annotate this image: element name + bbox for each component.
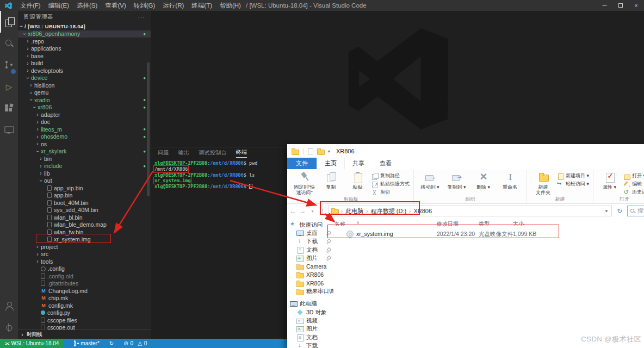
ribbon-small-button[interactable]: 复制路径 (371, 172, 410, 179)
address-dropdown-icon[interactable]: ▼ (604, 209, 609, 214)
ribbon-tab-item[interactable]: 查看 (372, 158, 399, 169)
tree-item[interactable]: ›app_xip.bin (18, 184, 151, 192)
tree-item[interactable]: ›wlan_ble_demo.map (18, 221, 151, 229)
tree-item[interactable]: ›xr806_openharmony● (18, 30, 151, 38)
ribbon-small-button[interactable]: 轻松访问 ▾ (557, 181, 589, 188)
tree-item[interactable]: ›adapter (18, 111, 151, 119)
history-caret-icon[interactable]: ▾ (308, 209, 317, 214)
menu-item[interactable]: 终端(T) (188, 2, 216, 10)
ribbon-small-button[interactable]: 编辑 (623, 181, 644, 188)
tree-item[interactable]: ›wlan_fw.bin (18, 228, 151, 236)
tree-item[interactable]: ›build (18, 60, 151, 67)
terminal-output[interactable]: xlg@DESKTOP-2PF2B88:/mnt/d/XR806$ pwd/mn… (154, 160, 257, 190)
tree-item[interactable]: ›tools (18, 258, 151, 265)
tree-item[interactable]: ›app.bin (18, 192, 151, 200)
column-name[interactable]: 名称 (335, 220, 345, 228)
ribbon-small-button[interactable]: 剪切 (371, 189, 410, 196)
tree-item[interactable]: ›MChangeLog.md (18, 287, 151, 295)
remote-explorer-icon[interactable] (0, 120, 18, 141)
quick-folder-icon[interactable] (317, 148, 324, 154)
tree-item[interactable]: ›doc (18, 119, 151, 126)
menu-item[interactable]: 查看(V) (101, 2, 129, 10)
ribbon-small-button[interactable]: 新建项目 ▾ (557, 172, 589, 179)
ribbon-button[interactable]: 删除 ▾ (470, 170, 496, 197)
tree-item[interactable]: ›boot_40M.bin (18, 199, 151, 207)
nav-item[interactable]: 文档 (287, 246, 333, 254)
tree-item[interactable]: ›wlan_bl.bin (18, 214, 151, 221)
nav-item[interactable]: 视频 (287, 316, 333, 325)
maximize-button[interactable] (612, 0, 628, 11)
more-actions-icon[interactable]: ··· (138, 14, 146, 20)
remote-indicator[interactable]: >< WSL: Ubuntu-18.04 (0, 339, 64, 348)
tree-item[interactable]: ›cscope.files (18, 316, 151, 324)
menu-item[interactable]: 运行(R) (159, 2, 188, 10)
tree-item[interactable]: ›include● (18, 163, 151, 170)
tree-item[interactable]: ›xr_system.img (18, 236, 151, 244)
refresh-icon[interactable]: ↻ (614, 207, 626, 215)
nav-item[interactable]: XR806 (287, 271, 333, 279)
quick-toolbar-icon[interactable] (308, 148, 313, 154)
ribbon-button[interactable]: 新建 文件夹 (530, 170, 556, 197)
back-icon[interactable]: ← (289, 207, 297, 215)
breadcrumb-segment[interactable]: XR806 (413, 208, 432, 214)
nav-item[interactable]: 文档 (287, 333, 333, 341)
ribbon-button[interactable]: 复制 (318, 170, 344, 197)
tree-item[interactable]: ›base (18, 52, 151, 60)
tree-item[interactable]: ›bin (18, 155, 151, 163)
breadcrumb-segment[interactable]: 此电脑 (345, 207, 363, 215)
panel-tab[interactable]: 调试控制台 (199, 149, 227, 158)
nav-item[interactable]: XR806 (287, 279, 333, 287)
source-control-icon[interactable] (0, 54, 18, 76)
ribbon-small-button[interactable]: 粘贴快捷方式 (371, 181, 410, 188)
close-button[interactable]: × (628, 0, 644, 11)
column-modified[interactable]: 修改日期 (437, 220, 459, 228)
tree-item[interactable]: ›xradio● (18, 96, 151, 104)
nav-item[interactable]: Camera (287, 262, 333, 270)
up-icon[interactable]: ↑ (318, 207, 326, 215)
tree-item[interactable]: ›out (18, 177, 151, 185)
column-type[interactable]: 类型 (479, 220, 490, 228)
explorer-icon[interactable] (0, 11, 18, 33)
tree-item[interactable]: ›developtools (18, 67, 151, 74)
sidebar-scrollbar[interactable] (147, 63, 150, 196)
menu-item[interactable]: 编辑(E) (45, 2, 73, 10)
tree-item[interactable]: ›/ [WSL: UBUNTU-18.04] (18, 23, 151, 30)
menu-item[interactable]: 转到(G) (130, 2, 159, 10)
ribbon-button[interactable]: 移动到 ▾ (417, 170, 443, 197)
ribbon-button[interactable]: 重命名 (497, 170, 523, 197)
tree-item[interactable]: ›Mchip.mk (18, 295, 151, 302)
tree-item[interactable]: ›os (18, 140, 151, 148)
tree-item[interactable]: ›Mconfig.mk (18, 302, 151, 309)
ribbon-tab-file[interactable]: 文件 (287, 158, 317, 169)
tree-item[interactable]: ›.config.old (18, 272, 151, 280)
breadcrumb-segment[interactable]: 程序数据 (D:) (371, 207, 406, 215)
column-size[interactable]: 大小 (513, 220, 524, 228)
git-branch[interactable]: master* (73, 340, 99, 346)
ribbon-button[interactable]: 固定到"快 速访问" (292, 170, 317, 197)
tree-item[interactable]: ›xr_skylark● (18, 148, 151, 156)
sync-button[interactable]: ↻ (109, 340, 114, 346)
nav-item[interactable]: 下载 (287, 238, 333, 246)
ribbon-button[interactable]: 粘贴 (345, 170, 370, 197)
nav-item[interactable]: 下载 (287, 341, 333, 348)
file-row[interactable]: xr_system.img 2022/1/4 23:20 光盘映像文件 1,09… (333, 229, 644, 240)
extensions-icon[interactable] (0, 98, 18, 120)
tree-item[interactable]: ›config.py (18, 309, 151, 317)
settings-gear-icon[interactable] (0, 317, 18, 339)
tree-item[interactable]: ›project (18, 243, 151, 251)
ribbon-tab-item[interactable]: 共享 (345, 158, 372, 169)
ribbon-tab-item[interactable]: 主页 (317, 158, 345, 169)
tree-item[interactable]: ›qemu (18, 89, 151, 97)
tree-item[interactable]: ›applications (18, 45, 151, 53)
menu-item[interactable]: 文件(F) (16, 2, 45, 10)
ribbon-button[interactable]: 复制到 ▾ (444, 170, 469, 197)
panel-tab[interactable]: 问题 (158, 149, 169, 158)
tree-item[interactable]: ›device● (18, 74, 151, 82)
tree-item[interactable]: ›hisilicon (18, 82, 151, 89)
tree-item[interactable]: ›liteos_m● (18, 126, 151, 133)
tree-item[interactable]: ›ohosdemo● (18, 133, 151, 141)
tree-item[interactable]: ›src (18, 251, 151, 258)
tree-item[interactable]: ›.config (18, 265, 151, 273)
tree-item[interactable]: ›xr806● (18, 104, 151, 111)
nav-item[interactable]: 糖果串口调试助手 (287, 287, 333, 295)
